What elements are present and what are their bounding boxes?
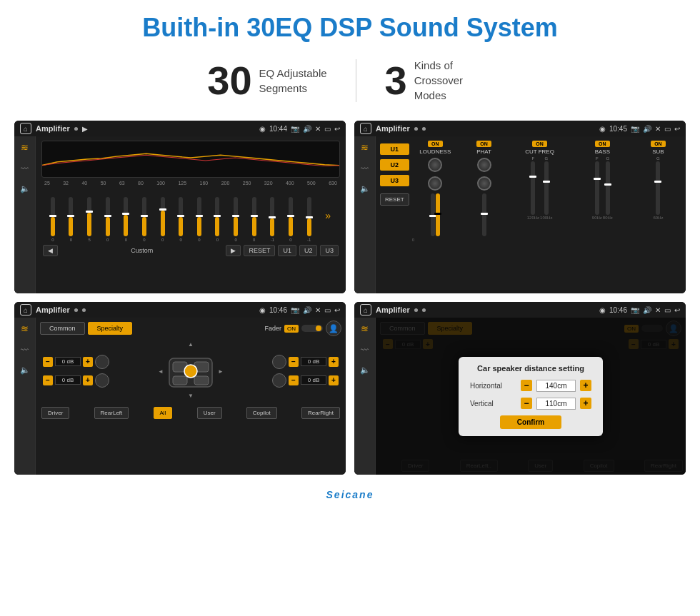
close-icon-3: ✕ — [315, 306, 321, 314]
loudness-knob2[interactable] — [428, 176, 442, 191]
tab-specialty-3[interactable]: Specialty — [88, 322, 133, 335]
status-right-2: ◉ 10:45 📷 🔊 ✕ ▭ ↩ — [599, 125, 680, 133]
home-icon-2[interactable] — [360, 123, 371, 134]
confirm-btn[interactable]: Confirm — [500, 415, 561, 429]
loudness-on[interactable]: ON — [428, 141, 443, 147]
eq-slider-3[interactable]: 0 — [106, 197, 110, 242]
cutfreq-on[interactable]: ON — [532, 141, 547, 147]
db-minus-1[interactable]: − — [43, 375, 53, 385]
channel-loudness: ON LOUDNESS 0 — [412, 141, 459, 242]
rearleft-btn-3[interactable]: RearLeft — [94, 407, 129, 419]
bass-slider-2[interactable] — [606, 161, 610, 215]
location-icon-3: ◉ — [259, 306, 266, 314]
loudness-knob[interactable] — [428, 158, 442, 172]
eq-slider-12[interactable]: -1 — [270, 197, 274, 242]
eq-slider-7[interactable]: 0 — [179, 197, 183, 242]
eq-slider-2[interactable]: 5 — [87, 197, 91, 242]
speaker-main: Common Specialty Fader ON 👤 — [36, 318, 346, 475]
more-icon[interactable]: » — [325, 210, 331, 221]
tab-common-3[interactable]: Common — [40, 322, 85, 335]
prev-btn[interactable]: ◀ — [43, 245, 58, 256]
status-left-3: Amplifier — [20, 304, 86, 315]
horizontal-plus[interactable]: + — [580, 380, 591, 391]
db-minus-3[interactable]: − — [289, 375, 299, 385]
eq-icon-3[interactable]: ≋ — [21, 323, 29, 334]
cutfreq-slider-1[interactable] — [531, 161, 535, 215]
u3-btn-1[interactable]: U3 — [320, 245, 339, 256]
speaker-icon-1[interactable]: 🔈 — [20, 184, 30, 193]
home-icon-3[interactable] — [20, 304, 31, 315]
speaker-layout-3: − 0 dB + − 0 dB + — [40, 339, 341, 403]
copilot-btn-3[interactable]: Copilot — [246, 407, 277, 419]
car-diagram: ▲ ▼ ◄ ► — [155, 340, 226, 401]
car-svg: ▲ ▼ ◄ ► — [155, 340, 226, 401]
driver-btn-3[interactable]: Driver — [41, 407, 69, 419]
eq-slider-5[interactable]: 0 — [142, 197, 146, 242]
db-plus-0[interactable]: + — [83, 357, 93, 367]
db-plus-3[interactable]: + — [329, 375, 339, 385]
eq-icon-1[interactable]: ≋ — [21, 142, 29, 153]
eq-slider-13[interactable]: 0 — [289, 197, 293, 242]
eq-slider-1[interactable]: 0 — [69, 197, 73, 242]
u1-btn-2[interactable]: U1 — [380, 143, 409, 155]
eq-slider-11[interactable]: 0 — [252, 197, 256, 242]
home-icon-1[interactable] — [20, 123, 31, 134]
eq-slider-8[interactable]: 0 — [197, 197, 201, 242]
eq-slider-14[interactable]: -1 — [307, 197, 311, 242]
phat-on[interactable]: ON — [476, 141, 491, 147]
u-buttons-col: U1 U2 U3 RESET — [380, 139, 409, 291]
sub-slider[interactable] — [656, 161, 660, 215]
u2-btn-1[interactable]: U2 — [299, 245, 318, 256]
volume-icon-4: 🔊 — [643, 306, 651, 314]
time-1: 10:44 — [269, 125, 287, 133]
horizontal-minus[interactable]: − — [521, 380, 532, 391]
reset-btn-2[interactable]: RESET — [380, 193, 409, 206]
eq-slider-4[interactable]: 0 — [124, 197, 128, 242]
db-minus-0[interactable]: − — [43, 357, 53, 367]
phat-slider[interactable] — [482, 193, 486, 236]
eq-slider-0[interactable]: 0 — [51, 197, 55, 242]
status-dot-4b — [422, 308, 426, 312]
u1-btn-1[interactable]: U1 — [278, 245, 296, 256]
loudness-slider-2[interactable] — [436, 193, 440, 236]
bass-slider-1[interactable] — [595, 161, 599, 215]
wave-icon-4[interactable]: 〰 — [361, 345, 369, 354]
home-icon-4[interactable] — [360, 304, 371, 315]
eq-icon-4[interactable]: ≋ — [361, 323, 369, 334]
phat-knob1[interactable] — [477, 158, 491, 172]
wave-icon-3[interactable]: 〰 — [21, 345, 29, 354]
eq-sliders-row: 0 0 5 0 0 — [41, 188, 340, 242]
app-name-3: Amplifier — [36, 306, 70, 314]
next-btn[interactable]: ▶ — [226, 245, 241, 256]
loudness-slider-1[interactable] — [431, 193, 435, 236]
db-minus-2[interactable]: − — [289, 357, 299, 367]
eq-slider-10[interactable]: 0 — [234, 197, 238, 242]
cutfreq-slider-2[interactable] — [544, 161, 549, 215]
u2-btn-2[interactable]: U2 — [380, 159, 409, 171]
wave-icon-2[interactable]: 〰 — [361, 164, 369, 173]
rearright-btn-3[interactable]: RearRight — [301, 407, 340, 419]
eq-icon-2[interactable]: ≋ — [361, 142, 369, 153]
db-plus-2[interactable]: + — [329, 357, 339, 367]
fader-on-3[interactable]: ON — [284, 325, 299, 333]
speaker-icon-3[interactable]: 🔈 — [20, 365, 30, 375]
sub-on[interactable]: ON — [651, 141, 666, 147]
eq-slider-9[interactable]: 0 — [215, 197, 219, 242]
svg-text:◄: ◄ — [158, 368, 164, 375]
speaker-icon-4[interactable]: 🔈 — [360, 365, 370, 375]
u3-btn-2[interactable]: U3 — [380, 175, 409, 186]
all-btn-3[interactable]: All — [154, 407, 173, 419]
wave-icon-1[interactable]: 〰 — [21, 164, 29, 173]
user-btn-3[interactable]: User — [197, 407, 222, 419]
location-icon-2: ◉ — [599, 125, 606, 133]
crossover-main: U1 U2 U3 RESET ON LOUDNESS — [376, 136, 686, 293]
eq-slider-6[interactable]: 0 — [161, 197, 165, 242]
bass-on[interactable]: ON — [595, 141, 610, 147]
reset-btn-1[interactable]: RESET — [244, 245, 275, 256]
vertical-minus[interactable]: − — [521, 398, 532, 409]
vertical-plus[interactable]: + — [580, 398, 591, 409]
phat-knob2[interactable] — [477, 176, 491, 191]
db-plus-1[interactable]: + — [83, 375, 93, 385]
status-left-1: Amplifier ▶ — [20, 123, 88, 134]
speaker-icon-2[interactable]: 🔈 — [360, 184, 370, 193]
